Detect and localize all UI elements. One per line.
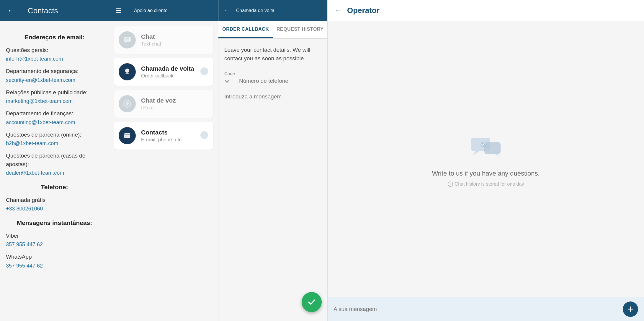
contact-email-2[interactable]: marketing@1xbet-team.com — [6, 97, 103, 105]
phone-label: Chamada grátis — [6, 196, 103, 205]
svg-rect-8 — [125, 136, 128, 136]
support-item-voicechat[interactable]: Chat de voz IP call — [114, 90, 213, 118]
chat-icon — [119, 31, 136, 48]
svg-rect-13 — [484, 142, 501, 154]
callback-panel: ← Chamada de volta ORDER CALLBACK REQUES… — [218, 0, 328, 321]
contacts-support-title: Contacts — [141, 129, 182, 136]
operator-body: Write to us if you have any questions. i… — [328, 21, 644, 297]
hamburger-icon[interactable]: ☰ — [115, 7, 122, 15]
contact-label-2: Relações públicas e publicidade: — [6, 88, 103, 97]
callback-arrow — [200, 67, 209, 77]
callback-panel-wrap: ← Chamada de volta ORDER CALLBACK REQUES… — [218, 0, 328, 321]
contacts-support-text: Contacts E-mail, phone, etc — [141, 129, 182, 143]
chat-subtitle: Text chat — [141, 41, 161, 47]
voicechat-title: Chat de voz — [141, 97, 176, 104]
instant-section-title: Mensagens instantâneas: — [6, 218, 103, 228]
chat-text: Chat Text chat — [141, 33, 161, 47]
contact-label-3: Departamento de finanças: — [6, 109, 103, 118]
contact-email-3[interactable]: accounting@1xbet-team.com — [6, 119, 103, 127]
contact-email-5[interactable]: dealer@1xbet-team.com — [6, 169, 103, 177]
callback-description: Leave your contact details. We will cont… — [224, 46, 321, 63]
svg-marker-1 — [124, 42, 127, 43]
history-note: i Chat history is stored for one day — [448, 181, 524, 187]
operator-footer — [328, 297, 644, 321]
callback-subtitle: Order callback — [141, 73, 194, 79]
phone-input[interactable] — [239, 78, 321, 84]
voicechat-subtitle: IP call — [141, 105, 176, 111]
support-header: ☰ Apoio ao cliente — [109, 0, 218, 21]
operator-back-arrow[interactable]: ← — [335, 6, 342, 15]
contacts-panel: ← Contacts Endereços de email: Questões … — [0, 0, 109, 321]
chat-title: Chat — [141, 33, 161, 40]
svg-rect-0 — [124, 37, 131, 42]
support-item-chat[interactable]: Chat Text chat — [114, 26, 213, 54]
svg-point-5 — [200, 67, 208, 75]
contacts-back-arrow[interactable]: ← — [7, 6, 15, 15]
callback-title-header: Chamada de volta — [229, 0, 282, 21]
callback-header: ← Chamada de volta — [218, 0, 327, 21]
contacts-arrow — [200, 131, 209, 141]
operator-panel: ← Operator Write to us if you have any q… — [328, 0, 644, 321]
contacts-support-subtitle: E-mail, phone, etc — [141, 137, 182, 143]
tab-request-history[interactable]: REQUEST HISTORY — [273, 21, 328, 38]
support-item-contacts[interactable]: Contacts E-mail, phone, etc — [114, 122, 213, 150]
operator-header: ← Operator — [328, 0, 644, 21]
callback-body: Leave your contact details. We will cont… — [218, 39, 327, 321]
phone-form-group: Code — [224, 71, 321, 86]
contacts-title: Contacts — [21, 0, 65, 21]
instant-number-1[interactable]: 357 955 447 62 — [6, 262, 103, 270]
callback-back-arrow[interactable]: ← — [224, 8, 229, 13]
svg-rect-9 — [125, 137, 127, 137]
message-form-group — [224, 93, 321, 102]
svg-rect-2 — [125, 38, 129, 39]
contacts-header: ← Contacts — [0, 0, 109, 21]
callback-title: Chamada de volta — [141, 65, 194, 72]
instant-number-0[interactable]: 357 955 447 62 — [6, 241, 103, 249]
svg-point-15 — [480, 142, 485, 147]
support-items-list: Chat Text chat Chamada de volta Order ca… — [109, 21, 218, 154]
contact-email-4[interactable]: b2b@1xbet-team.com — [6, 140, 103, 147]
svg-marker-12 — [473, 151, 480, 155]
chat-illustration — [468, 132, 504, 163]
svg-rect-3 — [125, 40, 128, 40]
fab-confirm-button[interactable] — [302, 292, 322, 312]
contacts-body: Endereços de email: Questões gerais: inf… — [0, 21, 109, 276]
contact-email-1[interactable]: security-en@1xbet-team.com — [6, 76, 103, 84]
voicechat-icon — [119, 95, 136, 112]
phone-row — [224, 78, 321, 86]
add-message-button[interactable] — [623, 301, 638, 317]
email-section-title: Endereços de email: — [6, 33, 103, 42]
svg-point-10 — [200, 131, 208, 139]
operator-title: Operator — [347, 6, 380, 15]
contact-label-1: Departamento de segurança: — [6, 67, 103, 76]
message-input[interactable] — [224, 93, 321, 102]
contact-label-4: Questões de parceria (online): — [6, 131, 103, 139]
svg-text:i: i — [450, 183, 450, 186]
contact-email-0[interactable]: info-fr@1xbet-team.com — [6, 55, 103, 63]
operator-message-input[interactable] — [334, 306, 619, 312]
write-prompt-text: Write to us if you have any questions. — [432, 170, 540, 177]
contact-label-0: Questões gerais: — [6, 46, 103, 55]
callback-text: Chamada de volta Order callback — [141, 65, 194, 79]
code-label: Code — [224, 71, 321, 76]
support-title: Apoio ao cliente — [127, 0, 175, 21]
history-note-text: Chat history is stored for one day — [455, 181, 524, 187]
contacts-icon — [119, 127, 136, 144]
tab-order-callback[interactable]: ORDER CALLBACK — [218, 21, 273, 38]
support-panel: ☰ Apoio ao cliente Chat Text chat — [109, 0, 218, 321]
voicechat-text: Chat de voz IP call — [141, 97, 176, 111]
country-code-selector[interactable] — [224, 79, 236, 84]
phone-section-title: Telefone: — [6, 182, 103, 192]
callback-icon — [119, 63, 136, 80]
support-item-callback[interactable]: Chamada de volta Order callback — [114, 58, 213, 86]
phone-number[interactable]: +33 800261060 — [6, 205, 103, 213]
svg-marker-14 — [495, 154, 501, 157]
callback-tabs: ORDER CALLBACK REQUEST HISTORY — [218, 21, 327, 39]
instant-label-0: Viber — [6, 232, 103, 240]
instant-label-1: WhatsApp — [6, 253, 103, 261]
contact-label-5: Questões de parceria (casas de apostas): — [6, 152, 103, 168]
